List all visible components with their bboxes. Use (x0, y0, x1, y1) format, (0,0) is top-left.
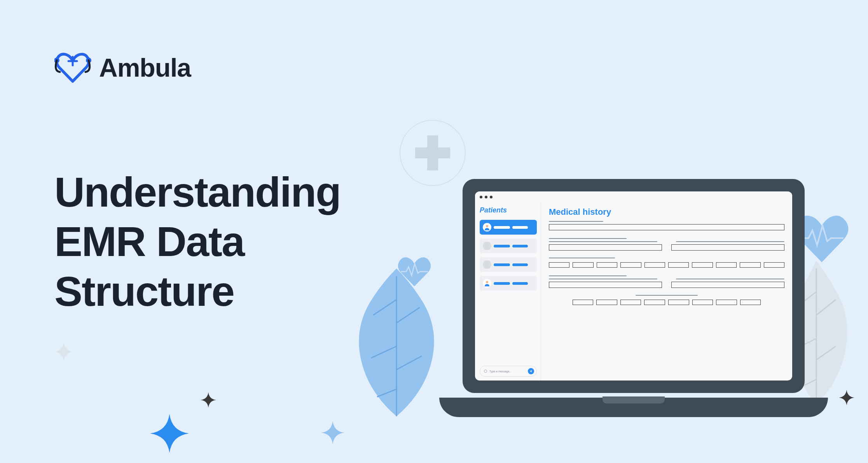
laptop-illustration: Patients (439, 179, 828, 444)
window-control-icon (485, 196, 487, 198)
field-outline (740, 300, 761, 305)
sparkle-icon (150, 414, 189, 453)
window-control-icon (490, 196, 493, 198)
text-line (549, 221, 603, 222)
text-placeholder (494, 226, 510, 229)
field-outline (692, 262, 713, 268)
sparkle-icon (321, 421, 344, 444)
brand-name: Ambula (99, 53, 191, 82)
patient-card[interactable] (480, 220, 537, 235)
text-line (549, 258, 615, 258)
field-outline (668, 300, 689, 305)
window-control-icon (480, 196, 482, 198)
text-placeholder (494, 245, 510, 247)
text-placeholder (512, 263, 528, 266)
message-placeholder: Type a message.. (489, 370, 526, 373)
plus-badge-icon (400, 120, 466, 186)
send-button[interactable] (528, 368, 534, 374)
field-outline (549, 282, 662, 288)
field-outline (596, 300, 617, 305)
text-line (676, 241, 784, 242)
text-placeholder (512, 282, 528, 285)
field-outline (549, 224, 784, 230)
text-placeholder (512, 226, 528, 229)
field-outline (573, 262, 593, 268)
field-outline (671, 244, 784, 251)
avatar-placeholder (483, 242, 491, 250)
avatar-placeholder (483, 260, 491, 269)
text-line (549, 279, 657, 279)
field-outline (644, 262, 665, 268)
window-titlebar (475, 191, 792, 202)
text-placeholder (512, 245, 528, 247)
text-placeholder (494, 263, 510, 266)
message-input[interactable]: Type a message.. (480, 366, 537, 377)
svg-point-3 (486, 281, 488, 283)
avatar (483, 279, 491, 288)
field-outline (573, 300, 594, 305)
text-line (676, 279, 784, 279)
patient-card[interactable] (480, 257, 537, 272)
field-outline (764, 262, 784, 268)
avatar (483, 223, 491, 232)
text-line (549, 238, 627, 239)
text-placeholder (494, 282, 510, 285)
emoji-icon (484, 370, 487, 373)
page-title: Understanding EMR Data Structure (54, 167, 404, 316)
patient-card[interactable] (480, 239, 537, 253)
field-outline (692, 300, 713, 305)
sparkle-icon (54, 342, 73, 361)
text-line (549, 241, 657, 242)
brand-heart-icon (54, 53, 91, 83)
field-outline (549, 244, 662, 251)
text-line (636, 295, 698, 296)
field-outline (740, 262, 760, 268)
svg-point-4 (484, 370, 487, 373)
field-outline (644, 300, 665, 305)
field-outline (549, 262, 569, 268)
field-outline (620, 300, 641, 305)
field-outline (671, 282, 784, 288)
text-line (549, 275, 627, 276)
brand-logo: Ambula (54, 53, 191, 83)
field-outline (597, 262, 617, 268)
laptop-notch (603, 396, 665, 403)
sidebar-title: Patients (480, 206, 537, 214)
patient-card[interactable] (480, 276, 537, 291)
sparkle-icon (839, 390, 854, 405)
sidebar: Patients (475, 202, 541, 381)
app-window: Patients (475, 191, 792, 381)
field-outline (716, 300, 737, 305)
field-outline (620, 262, 641, 268)
svg-point-2 (486, 225, 488, 227)
sparkle-icon (201, 392, 216, 408)
main-title: Medical history (549, 207, 784, 217)
main-content: Medical history (541, 202, 792, 381)
field-outline (716, 262, 737, 268)
field-outline (668, 262, 689, 268)
